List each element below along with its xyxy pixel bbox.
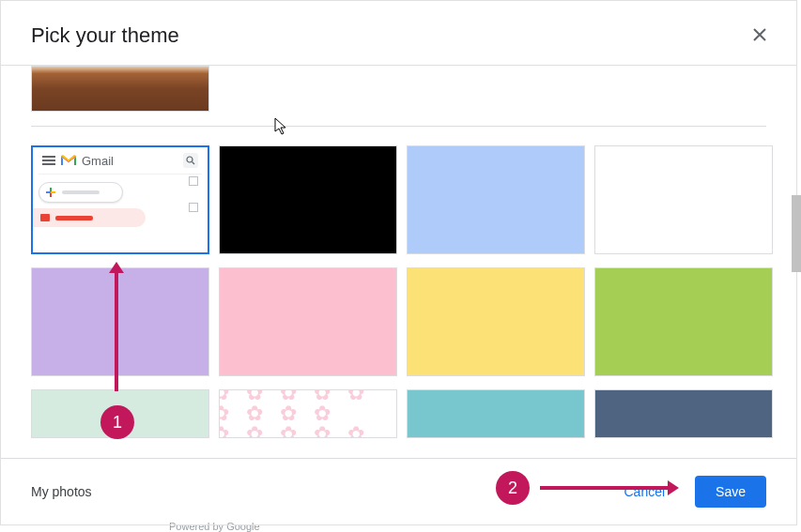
theme-tile-purple[interactable] <box>31 267 209 376</box>
theme-grid-row3 <box>31 389 766 438</box>
compose-pill <box>39 182 123 203</box>
annotation-badge-2: 2 <box>496 471 530 505</box>
annotation-arrow-1 <box>115 271 118 391</box>
checkbox-icon <box>189 203 198 212</box>
svg-point-0 <box>187 157 193 162</box>
theme-tile-cherry-blossom[interactable] <box>219 389 397 438</box>
svg-line-1 <box>193 162 195 165</box>
save-button[interactable]: Save <box>695 476 766 508</box>
theme-tile-black[interactable] <box>219 145 397 254</box>
theme-tile-teal[interactable] <box>407 389 585 438</box>
theme-tile-pink[interactable] <box>219 267 397 376</box>
theme-tile-white[interactable] <box>594 145 773 254</box>
search-icon <box>183 153 198 168</box>
theme-tile-lightblue[interactable] <box>407 145 585 254</box>
cursor-icon <box>274 117 289 140</box>
section-divider <box>31 126 766 127</box>
checkbox-icon <box>189 176 198 186</box>
annotation-badge-1: 1 <box>100 405 134 439</box>
gmail-label: Gmail <box>82 154 114 168</box>
theme-tile-yellow[interactable] <box>407 267 585 376</box>
theme-tile-desert[interactable] <box>31 66 209 112</box>
theme-grid: Gmail <box>31 145 766 376</box>
scrollbar-thumb[interactable] <box>792 195 801 272</box>
hamburger-icon <box>42 156 55 165</box>
dialog-title: Pick your theme <box>31 23 179 48</box>
inbox-row <box>33 208 146 227</box>
plus-icon <box>45 187 56 198</box>
my-photos-link[interactable]: My photos <box>31 484 92 499</box>
annotation-arrow-2 <box>540 486 670 490</box>
close-icon[interactable] <box>753 26 766 46</box>
theme-tile-green[interactable] <box>594 267 773 376</box>
theme-tile-navy[interactable] <box>594 389 773 438</box>
theme-tile-default[interactable]: Gmail <box>31 145 209 254</box>
gmail-logo <box>61 155 76 166</box>
dialog-header: Pick your theme <box>1 1 796 66</box>
